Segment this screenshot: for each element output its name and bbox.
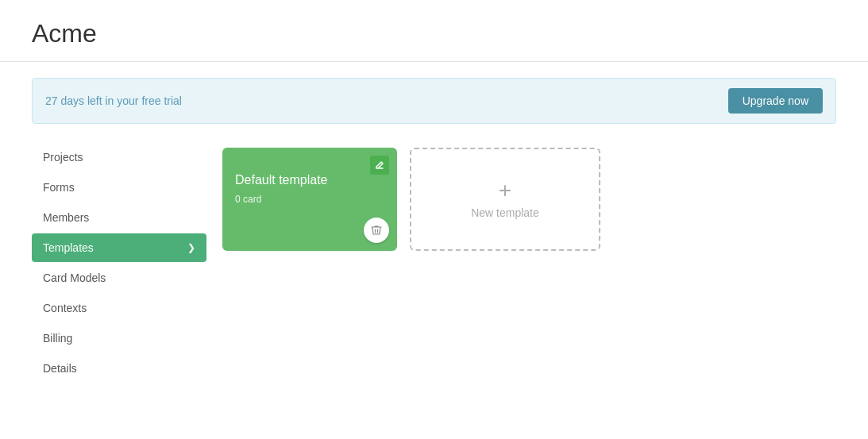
delete-button[interactable] [364,218,389,243]
trial-banner: 27 days left in your free trial Upgrade … [32,78,836,124]
sidebar-item-forms[interactable]: Forms [32,173,206,202]
upgrade-button[interactable]: Upgrade now [728,88,823,114]
chevron-right-icon: ❯ [187,242,195,253]
sidebar-item-label: Billing [43,332,72,345]
template-card-default[interactable]: Default template 0 card [222,148,397,251]
new-template-card[interactable]: + New template [410,148,600,251]
sidebar-item-label: Details [43,362,77,375]
sidebar: Projects Forms Members Templates ❯ Card … [32,140,206,384]
sidebar-item-projects[interactable]: Projects [32,143,206,171]
sidebar-item-members[interactable]: Members [32,203,206,232]
sidebar-item-details[interactable]: Details [32,354,206,383]
sidebar-item-billing[interactable]: Billing [32,324,206,352]
sidebar-item-label: Members [43,211,89,224]
trial-message: 27 days left in your free trial [45,94,182,107]
new-template-label: New template [471,206,539,219]
page-wrapper: Acme 27 days left in your free trial Upg… [0,0,868,439]
sidebar-item-label: Projects [43,151,83,164]
sidebar-item-card-models[interactable]: Card Models [32,264,206,292]
plus-icon: + [499,179,511,202]
app-title: Acme [32,19,836,48]
sidebar-item-label: Templates [43,241,94,254]
sidebar-item-label: Card Models [43,271,106,284]
edit-icon[interactable] [370,156,389,175]
main-content: Projects Forms Members Templates ❯ Card … [0,140,868,384]
sidebar-item-templates[interactable]: Templates ❯ [32,233,206,262]
template-card-count: 0 card [235,194,384,205]
templates-grid: Default template 0 card + New template [222,148,820,251]
sidebar-item-label: Forms [43,181,75,194]
sidebar-item-label: Contexts [43,302,87,314]
content-area: Default template 0 card + New template [206,140,836,384]
header: Acme [0,0,868,62]
template-title: Default template [235,173,384,187]
sidebar-item-contexts[interactable]: Contexts [32,294,206,322]
